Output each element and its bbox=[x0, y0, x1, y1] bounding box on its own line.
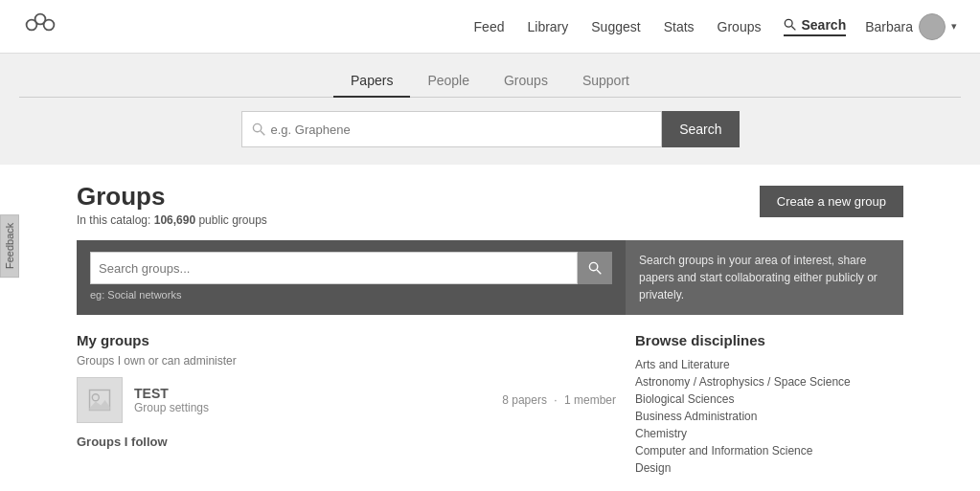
nav-search-link[interactable]: Search bbox=[784, 17, 846, 36]
nav-links: Feed Library Suggest Stats Groups bbox=[474, 19, 762, 34]
svg-point-2 bbox=[44, 20, 55, 31]
main-content: Groups In this catalog: 106,690 public g… bbox=[0, 165, 980, 491]
groups-hint: eg: Social networks bbox=[90, 289, 612, 301]
left-column: My groups Groups I own or can administer… bbox=[77, 332, 616, 477]
groups-follow-label: Groups I follow bbox=[77, 435, 616, 449]
avatar bbox=[919, 13, 946, 40]
tab-papers[interactable]: Papers bbox=[333, 65, 410, 98]
search-icon bbox=[784, 18, 796, 31]
top-nav: Feed Library Suggest Stats Groups Search… bbox=[0, 0, 980, 54]
discipline-cs[interactable]: Computer and Information Science bbox=[635, 442, 903, 459]
group-papers-count: 8 papers bbox=[502, 393, 547, 407]
svg-line-8 bbox=[597, 270, 601, 274]
svg-line-4 bbox=[792, 26, 796, 30]
groups-title: Groups bbox=[77, 182, 267, 212]
svg-point-7 bbox=[589, 262, 597, 270]
groups-search-input[interactable] bbox=[99, 261, 569, 276]
groups-search-left: eg: Social networks bbox=[77, 240, 626, 315]
discipline-astronomy[interactable]: Astronomy / Astrophysics / Space Science bbox=[635, 373, 903, 391]
group-item: TEST Group settings 8 papers · 1 member bbox=[77, 377, 616, 423]
group-name[interactable]: TEST bbox=[134, 386, 490, 401]
nav-suggest[interactable]: Suggest bbox=[591, 19, 640, 34]
search-tabs: Papers People Groups Support bbox=[19, 65, 961, 98]
nav-stats[interactable]: Stats bbox=[664, 19, 695, 34]
separator-dot: · bbox=[554, 393, 557, 407]
discipline-design[interactable]: Design bbox=[635, 459, 903, 477]
groups-subtitle: In this catalog: 106,690 public groups bbox=[77, 213, 267, 227]
groups-search-section: eg: Social networks Search groups in you… bbox=[77, 240, 903, 315]
create-group-button[interactable]: Create a new group bbox=[760, 186, 903, 217]
groups-title-wrap: Groups In this catalog: 106,690 public g… bbox=[77, 182, 267, 227]
user-name: Barbara bbox=[865, 19, 913, 34]
own-admin-label: Groups I own or can administer bbox=[77, 354, 616, 368]
chevron-down-icon: ▾ bbox=[951, 20, 957, 33]
logo[interactable] bbox=[23, 11, 57, 41]
groups-count: 106,690 bbox=[154, 213, 195, 227]
search-input-icon bbox=[252, 123, 265, 136]
discipline-business[interactable]: Business Administration bbox=[635, 408, 903, 425]
svg-point-5 bbox=[253, 123, 261, 131]
svg-point-10 bbox=[92, 394, 99, 401]
discipline-chemistry[interactable]: Chemistry bbox=[635, 425, 903, 442]
group-members-count: 1 member bbox=[564, 393, 616, 407]
group-image-icon bbox=[86, 387, 113, 413]
groups-search-icon bbox=[588, 261, 602, 275]
nav-feed[interactable]: Feed bbox=[474, 19, 505, 34]
svg-line-6 bbox=[261, 131, 264, 135]
search-button[interactable]: Search bbox=[662, 111, 739, 147]
two-columns: My groups Groups I own or can administer… bbox=[77, 332, 903, 477]
groups-search-button[interactable] bbox=[578, 252, 612, 284]
subtitle-suffix: public groups bbox=[195, 213, 267, 227]
search-section: Papers People Groups Support Search bbox=[0, 54, 980, 165]
user-menu[interactable]: Barbara ▾ bbox=[865, 13, 957, 40]
tab-support[interactable]: Support bbox=[565, 65, 647, 98]
browse-title: Browse disciplines bbox=[635, 332, 903, 348]
nav-library[interactable]: Library bbox=[527, 19, 568, 34]
tab-groups[interactable]: Groups bbox=[487, 65, 565, 98]
feedback-tab[interactable]: Feedback bbox=[0, 213, 19, 277]
groups-search-desc: Search groups in your area of interest, … bbox=[626, 240, 903, 315]
nav-search-label: Search bbox=[801, 17, 846, 33]
group-info: TEST Group settings bbox=[134, 386, 490, 414]
discipline-arts[interactable]: Arts and Literature bbox=[635, 356, 903, 373]
discipline-bio[interactable]: Biological Sciences bbox=[635, 391, 903, 408]
svg-point-3 bbox=[786, 19, 793, 27]
search-input[interactable] bbox=[271, 123, 652, 137]
subtitle-prefix: In this catalog: bbox=[77, 213, 154, 227]
nav-groups[interactable]: Groups bbox=[718, 19, 762, 34]
group-meta: 8 papers · 1 member bbox=[502, 393, 616, 407]
my-groups-title: My groups bbox=[77, 332, 616, 348]
tab-people[interactable]: People bbox=[410, 65, 487, 98]
search-bar-wrap: Search bbox=[19, 111, 961, 147]
groups-header: Groups In this catalog: 106,690 public g… bbox=[77, 182, 903, 227]
group-settings-link[interactable]: Group settings bbox=[134, 401, 490, 414]
group-thumbnail bbox=[77, 377, 123, 423]
right-column: Browse disciplines Arts and Literature A… bbox=[635, 332, 903, 477]
